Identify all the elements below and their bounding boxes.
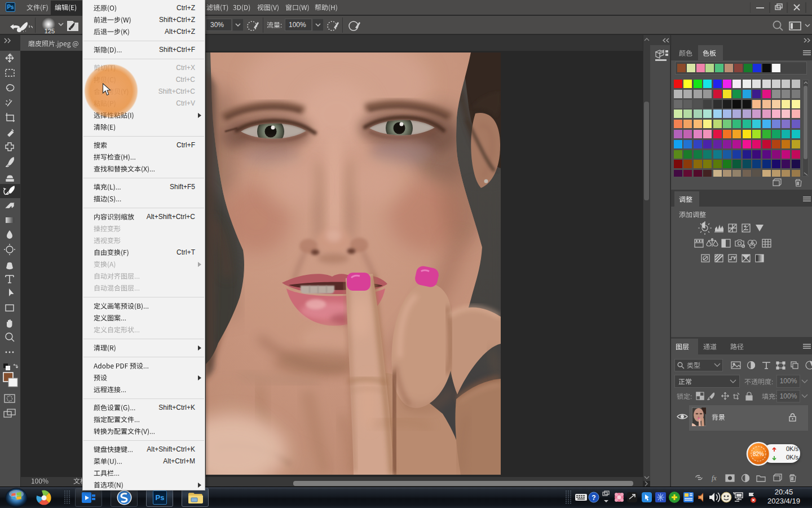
svg-text:82%: 82% <box>753 451 764 457</box>
svg-text:?: ? <box>592 494 595 502</box>
svg-text:fx: fx <box>712 474 717 482</box>
